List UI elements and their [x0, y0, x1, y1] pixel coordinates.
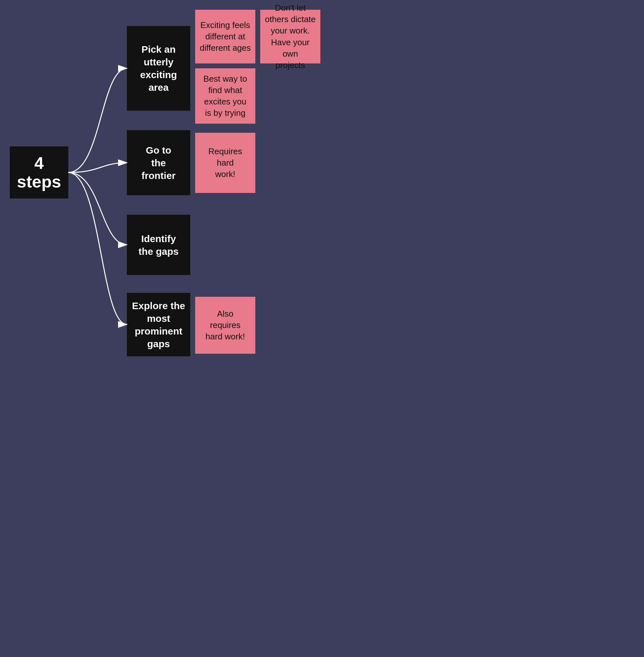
step-node-3: Identify the gaps: [127, 215, 190, 275]
root-node: 4 steps: [10, 146, 68, 199]
step-node-4: Explore the most prominent gaps: [127, 293, 190, 356]
step-node-2: Go to the frontier: [127, 130, 190, 195]
step1-label: Pick an utterly exciting area: [140, 43, 177, 94]
step-node-1: Pick an utterly exciting area: [127, 26, 190, 111]
arrow-to-step4: [68, 173, 127, 324]
note1c-label: Best way to find what excites you is by …: [203, 73, 247, 119]
note-card-1c: Best way to find what excites you is by …: [195, 68, 255, 124]
step3-label: Identify the gaps: [139, 232, 179, 258]
step4-label: Explore the most prominent gaps: [132, 299, 185, 350]
note4a-label: Also requires hard work!: [206, 308, 245, 342]
arrow-to-step1: [68, 68, 127, 173]
note-card-1a: Exciting feels different at different ag…: [195, 10, 255, 64]
note2a-label: Requires hard work!: [208, 146, 242, 180]
note-card-4a: Also requires hard work!: [195, 297, 255, 354]
note-card-2a: Requires hard work!: [195, 133, 255, 193]
step2-label: Go to the frontier: [141, 144, 176, 182]
note1a-label: Exciting feels different at different ag…: [200, 20, 251, 54]
root-label: 4 steps: [17, 154, 61, 191]
arrow-to-step3: [68, 173, 127, 245]
canvas: 4 steps Pick an utterly exciting area Ex…: [0, 0, 351, 364]
note-card-1b: Don't let others dictate your work. Have…: [260, 10, 320, 64]
note1b-label: Don't let others dictate your work. Have…: [264, 2, 317, 71]
arrow-to-step2: [68, 163, 127, 173]
